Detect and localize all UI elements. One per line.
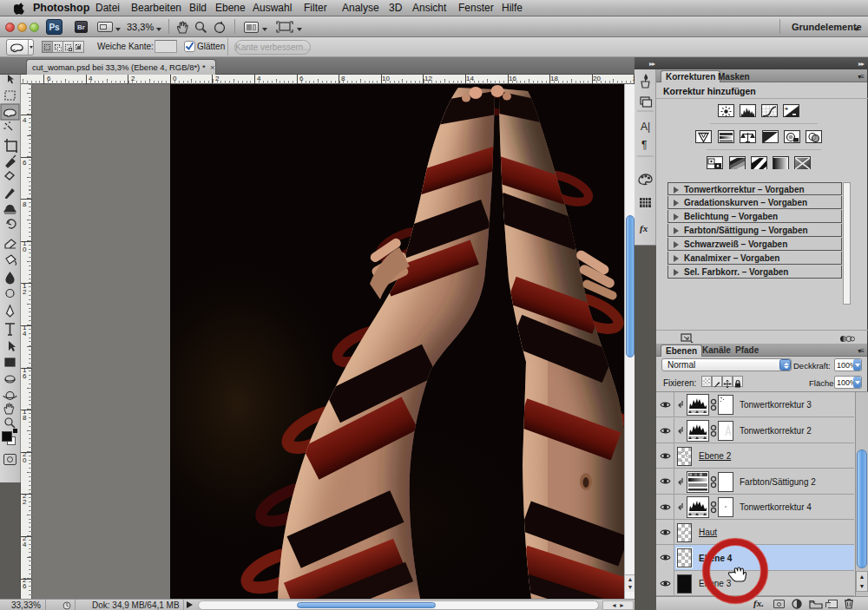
svg-text:+: +	[785, 106, 788, 112]
svg-text:fx: fx	[640, 223, 648, 233]
svg-text:¶: ¶	[641, 139, 647, 151]
svg-text:A|: A|	[641, 121, 650, 133]
